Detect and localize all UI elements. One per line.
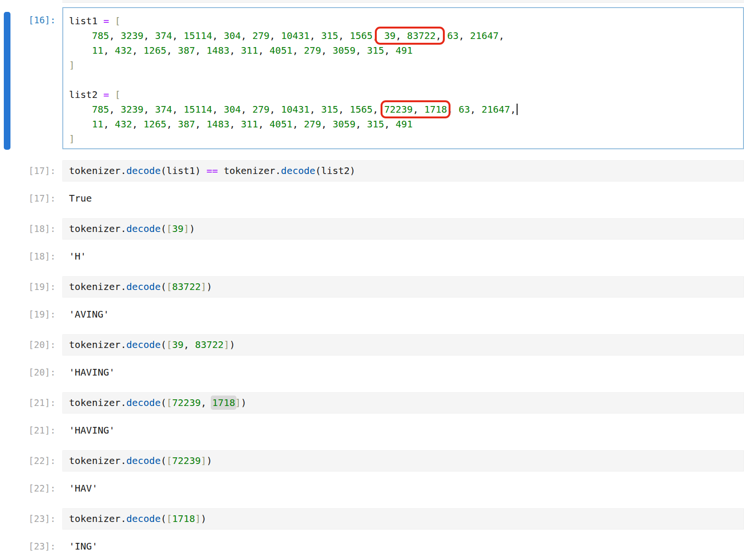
code-token: (	[161, 513, 166, 524]
code-token: ,	[172, 104, 178, 115]
code-token: list1	[166, 165, 195, 176]
code-token: ,	[310, 104, 315, 115]
code-token: ,	[338, 30, 344, 41]
code-token: 1483	[206, 118, 229, 130]
code-token	[201, 118, 206, 130]
code-token: ,	[270, 30, 275, 41]
code-token: 4051	[270, 45, 293, 56]
output-text: 'HAVING'	[62, 425, 115, 436]
code-token	[390, 45, 395, 56]
code-token: )	[195, 165, 201, 176]
code-token: ,	[338, 104, 344, 115]
code-token: list1	[69, 15, 98, 27]
code-token: decode	[126, 397, 160, 408]
output-text: 'HAVING'	[62, 367, 115, 378]
code-token: ,	[109, 104, 115, 115]
input-prompt: [17]:	[0, 160, 62, 176]
code-token: 1565	[350, 30, 372, 41]
code-token: 63	[459, 104, 470, 115]
code-token: tokenizer	[69, 223, 120, 234]
code-token: (	[315, 165, 321, 176]
code-token: ,	[229, 118, 235, 130]
code-token: tokenizer	[69, 339, 120, 350]
code-token: ,	[384, 118, 390, 130]
code-token: ,	[293, 118, 298, 130]
code-token: 1718	[212, 397, 235, 408]
code-token	[138, 118, 144, 130]
code-token: .	[120, 339, 126, 350]
code-token: 72239	[172, 397, 201, 408]
input-prompt: [21]:	[0, 392, 62, 408]
code-token: 311	[241, 45, 258, 56]
code-editor[interactable]: list1 = [ 785, 3239, 374, 15114, 304, 27…	[62, 7, 744, 149]
code-token	[235, 118, 241, 130]
output-prompt: [17]:	[0, 193, 62, 204]
code-token: 3059	[333, 45, 355, 56]
code-token: 1265	[144, 118, 166, 130]
code-token: decode	[281, 165, 315, 176]
code-token: tokenizer	[69, 455, 120, 466]
code-token: [	[166, 397, 172, 408]
code-token: 491	[396, 118, 413, 130]
code-token: ,	[103, 118, 109, 130]
code-editor[interactable]: tokenizer.decode([39, 83722])	[62, 334, 744, 356]
output-cell-21: [21]:'HAVING'	[0, 425, 744, 436]
code-token: ]	[69, 133, 75, 145]
code-token: ,	[321, 45, 327, 56]
code-line: tokenizer.decode([72239])	[69, 455, 737, 466]
code-token: ,	[258, 118, 264, 130]
code-token: )	[189, 223, 195, 234]
code-token: 3239	[120, 30, 143, 41]
code-editor[interactable]: tokenizer.decode([83722])	[62, 276, 744, 298]
code-token	[109, 118, 115, 130]
code-token: ]	[235, 397, 241, 408]
code-token: tokenizer	[69, 513, 120, 524]
code-token: ,	[132, 118, 137, 130]
code-line: tokenizer.decode([83722])	[69, 281, 737, 292]
previous-cell-edge	[62, 0, 744, 3]
code-line: 785, 3239, 374, 15114, 304, 279, 10431, …	[69, 102, 737, 117]
code-editor[interactable]: tokenizer.decode([72239])	[62, 450, 744, 472]
code-token: ,	[144, 104, 149, 115]
code-editor[interactable]: tokenizer.decode([39])	[62, 218, 744, 240]
active-cell-indicator[interactable]	[4, 12, 10, 150]
code-token: ,	[241, 104, 246, 115]
input-prompt: [19]:	[0, 276, 62, 292]
code-editor[interactable]: tokenizer.decode(list1) == tokenizer.dec…	[62, 160, 744, 182]
code-token: )	[350, 165, 355, 176]
code-token	[378, 104, 384, 115]
code-token	[441, 30, 447, 41]
code-line: 11, 432, 1265, 387, 1483, 311, 4051, 279…	[69, 43, 737, 58]
code-token: 3059	[333, 118, 355, 130]
code-token: [	[115, 89, 120, 100]
code-token	[201, 45, 206, 56]
code-token: ]	[201, 281, 206, 292]
code-token: 15114	[184, 30, 212, 41]
code-editor[interactable]: tokenizer.decode([72239, 1718])	[62, 392, 744, 414]
code-token: 1565	[350, 104, 372, 115]
code-token: (	[161, 281, 166, 292]
code-token: 15114	[184, 104, 212, 115]
code-token: .	[275, 165, 281, 176]
text-cursor	[517, 104, 518, 115]
code-token: tokenizer	[69, 397, 120, 408]
code-token: 279	[252, 30, 269, 41]
code-token	[453, 104, 459, 115]
code-editor[interactable]: tokenizer.decode([1718])	[62, 508, 744, 530]
code-token: (	[161, 339, 166, 350]
code-token: 1483	[206, 45, 229, 56]
code-token: tokenizer	[224, 165, 275, 176]
code-token: ,	[195, 45, 201, 56]
code-token: .	[120, 513, 126, 524]
code-line: tokenizer.decode([39, 83722])	[69, 339, 737, 350]
code-token	[476, 104, 481, 115]
code-token	[178, 30, 184, 41]
code-token: ,	[499, 30, 504, 41]
input-prompt: [18]:	[0, 218, 62, 234]
code-cell-18: [18]:tokenizer.decode([39])	[0, 218, 744, 240]
output-cell-22: [22]:'HAV'	[0, 483, 744, 494]
code-token: [	[166, 339, 172, 350]
output-text: 'HAV'	[62, 483, 98, 494]
code-token: ,	[201, 397, 206, 408]
red-annotation-box: 72239, 1718	[384, 104, 447, 115]
